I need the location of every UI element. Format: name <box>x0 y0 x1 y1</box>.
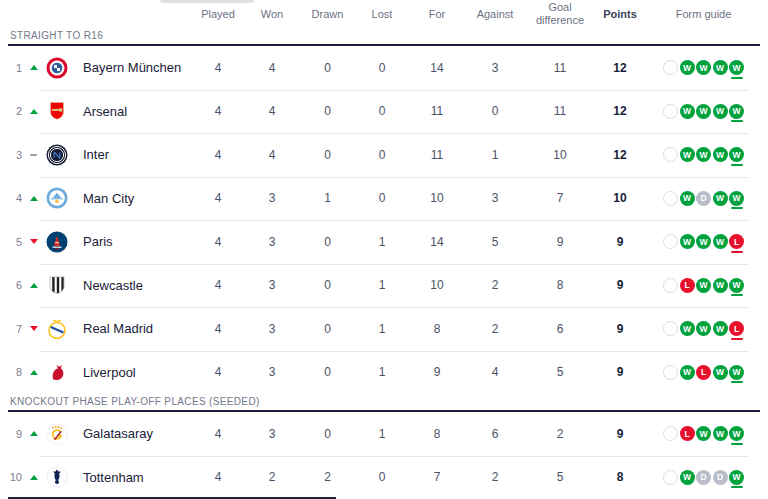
lost-value: 0 <box>355 470 409 484</box>
table-row[interactable]: 7 Real Madrid 4 3 0 1 8 2 6 9 WWWL <box>8 307 762 351</box>
form-result-icon: W <box>680 104 695 119</box>
form-empty-slot-icon <box>663 60 678 75</box>
goal-difference-value: 7 <box>525 191 595 205</box>
team-name: Bayern München <box>83 60 181 75</box>
man-city-crest <box>46 187 68 209</box>
form-guide: WDWW <box>645 191 762 206</box>
won-value: 3 <box>244 365 300 379</box>
position-number: 3 <box>8 149 22 161</box>
team-name: Arsenal <box>83 104 127 119</box>
goal-difference-value: 2 <box>525 427 595 441</box>
lost-value: 1 <box>355 322 409 336</box>
table-row[interactable]: 6 Newcastle 4 3 0 1 10 2 8 9 LWWW <box>8 264 762 308</box>
real-madrid-crest <box>46 318 68 340</box>
form-result-icon: W <box>729 60 744 75</box>
rank-movement-icon <box>29 283 38 288</box>
goal-difference-value: 9 <box>525 235 595 249</box>
form-result-icon: L <box>729 234 744 249</box>
goals-for-value: 8 <box>409 427 465 441</box>
against-column-header: Against <box>465 8 525 21</box>
lost-value: 0 <box>355 61 409 75</box>
form-result-icon: W <box>696 426 711 441</box>
goals-for-value: 7 <box>409 470 465 484</box>
form-result-icon: W <box>729 426 744 441</box>
form-result-icon: W <box>696 278 711 293</box>
won-value: 4 <box>244 104 300 118</box>
drawn-value: 0 <box>300 322 355 336</box>
section-rows-knockout-playoff-seeded: 9 Galatasaray 4 3 0 1 8 6 2 9 LWWW 10 To… <box>8 412 762 499</box>
goals-for-value: 14 <box>409 235 465 249</box>
points-value: 9 <box>595 365 645 379</box>
goals-for-value: 10 <box>409 278 465 292</box>
lost-value: 1 <box>355 365 409 379</box>
lost-value: 1 <box>355 427 409 441</box>
form-guide: WDDW <box>645 470 762 485</box>
played-value: 4 <box>192 365 244 379</box>
table-row[interactable]: 8 Liverpool 4 3 0 1 9 4 5 9 WLWW <box>8 351 762 395</box>
form-result-icon: W <box>713 191 728 206</box>
form-result-icon: L <box>729 321 744 336</box>
form-result-icon: W <box>696 104 711 119</box>
goals-for-value: 9 <box>409 365 465 379</box>
table-row[interactable]: 9 Galatasaray 4 3 0 1 8 6 2 9 LWWW <box>8 412 762 456</box>
won-value: 3 <box>244 427 300 441</box>
goals-against-value: 4 <box>465 365 525 379</box>
table-row[interactable]: 3 Inter 4 4 0 0 11 1 10 12 WWWW <box>8 133 762 177</box>
rank-movement-icon <box>29 196 38 201</box>
rank-movement-icon <box>29 326 38 331</box>
drawn-value: 0 <box>300 148 355 162</box>
form-result-icon: W <box>680 470 695 485</box>
drawn-value: 0 <box>300 235 355 249</box>
team-name: Tottenham <box>83 470 144 485</box>
goals-against-value: 3 <box>465 61 525 75</box>
form-result-icon: D <box>696 191 711 206</box>
section-label-straight-to-r16: STRAIGHT TO R16 <box>8 28 760 46</box>
goals-against-value: 6 <box>465 427 525 441</box>
team-name: Newcastle <box>83 278 143 293</box>
tottenham-crest <box>46 466 68 488</box>
liverpool-crest <box>46 361 68 383</box>
points-value: 9 <box>595 235 645 249</box>
position-number: 6 <box>8 279 22 291</box>
goal-difference-value: 10 <box>525 148 595 162</box>
position-number: 9 <box>8 428 22 440</box>
played-value: 4 <box>192 148 244 162</box>
position-number: 7 <box>8 323 22 335</box>
form-result-icon: W <box>713 365 728 380</box>
form-empty-slot-icon <box>663 234 678 249</box>
arsenal-crest <box>46 100 68 122</box>
goals-for-value: 14 <box>409 61 465 75</box>
form-result-icon: W <box>713 60 728 75</box>
form-result-icon: L <box>680 426 695 441</box>
drawn-value: 1 <box>300 191 355 205</box>
goals-against-value: 0 <box>465 104 525 118</box>
form-result-icon: W <box>680 191 695 206</box>
table-row[interactable]: 4 Man City 4 3 1 0 10 3 7 10 WDWW <box>8 177 762 221</box>
drawn-column-header: Drawn <box>300 8 355 21</box>
form-result-icon: W <box>680 60 695 75</box>
form-result-icon: W <box>680 321 695 336</box>
goals-against-value: 5 <box>465 235 525 249</box>
goal-difference-value: 5 <box>525 365 595 379</box>
rank-movement-icon <box>29 109 38 114</box>
position-number: 5 <box>8 236 22 248</box>
played-value: 4 <box>192 191 244 205</box>
form-empty-slot-icon <box>663 470 678 485</box>
form-empty-slot-icon <box>663 104 678 119</box>
points-value: 9 <box>595 322 645 336</box>
table-row[interactable]: 5 Paris 4 3 0 1 14 5 9 9 WWWL <box>8 220 762 264</box>
played-value: 4 <box>192 470 244 484</box>
drawn-value: 2 <box>300 470 355 484</box>
won-value: 3 <box>244 235 300 249</box>
goals-against-value: 2 <box>465 278 525 292</box>
position-number: 2 <box>8 105 22 117</box>
lost-value: 1 <box>355 235 409 249</box>
form-result-icon: W <box>713 234 728 249</box>
table-row[interactable]: 2 Arsenal 4 4 0 0 11 0 11 12 WWWW <box>8 90 762 134</box>
position-number: 4 <box>8 192 22 204</box>
table-row[interactable]: 10 Tottenham 4 2 2 0 7 2 5 8 WDDW <box>8 456 762 499</box>
goal-difference-value: 11 <box>525 104 595 118</box>
won-value: 3 <box>244 278 300 292</box>
table-row[interactable]: 1 Bayern München 4 4 0 0 14 3 11 12 WWWW <box>8 46 762 90</box>
points-value: 12 <box>595 61 645 75</box>
